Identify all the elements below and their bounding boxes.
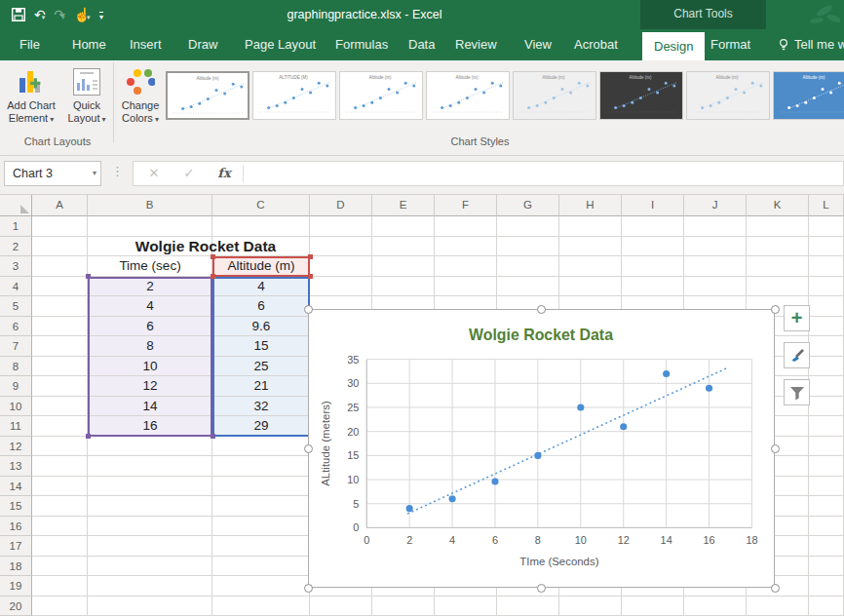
data-point[interactable] (706, 385, 712, 392)
tab-insert[interactable]: Insert (118, 29, 173, 60)
cell-B3[interactable]: Time (sec) (88, 256, 212, 277)
tab-view[interactable]: View (513, 29, 563, 60)
row-header-6[interactable]: 6 (0, 317, 32, 337)
name-box[interactable]: Chart 3 ▾ (4, 161, 101, 186)
row-header-3[interactable]: 3 (0, 256, 32, 277)
trendline[interactable] (407, 368, 726, 514)
chart-style-thumbnail-8[interactable]: Altitude (m) (773, 71, 844, 120)
cancel-button[interactable]: ✕ (141, 162, 167, 185)
time-range-border-handle[interactable] (86, 434, 91, 439)
name-box-dropdown-icon[interactable]: ▾ (93, 162, 96, 185)
chart-resize-handle[interactable] (771, 305, 780, 314)
chart-style-thumbnail-5[interactable]: Altitude (m) (513, 71, 596, 120)
column-header-K[interactable]: K (747, 195, 809, 216)
column-header-F[interactable]: F (435, 195, 497, 216)
data-point[interactable] (534, 452, 541, 459)
touch-mode-icon[interactable]: ☝▾ (74, 3, 91, 26)
tab-home[interactable]: Home (60, 29, 118, 60)
chart-style-thumbnail-3[interactable]: Altitude (m) (339, 71, 423, 120)
data-point[interactable] (663, 370, 670, 377)
row-header-19[interactable]: 19 (0, 576, 32, 597)
column-header-E[interactable]: E (372, 195, 435, 216)
row-header-7[interactable]: 7 (0, 336, 32, 357)
chart[interactable]: 02468101214161805101520253035Wolgie Rock… (308, 309, 775, 588)
column-header-G[interactable]: G (497, 195, 559, 216)
chart-resize-handle[interactable] (304, 305, 313, 314)
data-point[interactable] (406, 505, 413, 512)
insert-function-button[interactable]: fx (211, 162, 237, 185)
tab-review[interactable]: Review (443, 29, 509, 60)
row-header-18[interactable]: 18 (0, 557, 32, 577)
column-header-A[interactable]: A (32, 195, 88, 216)
series-name-border-handle[interactable] (308, 274, 313, 279)
chart-resize-handle[interactable] (771, 444, 780, 453)
y-axis-title[interactable]: ALtitude (meters) (320, 401, 331, 486)
tab-format[interactable]: Format (699, 29, 762, 60)
cell-B2-title[interactable]: Wolgie Rocket Data (101, 237, 310, 257)
row-header-2[interactable]: 2 (0, 237, 32, 257)
chart-resize-handle[interactable] (537, 584, 546, 593)
chart-styles-button[interactable] (784, 342, 810, 368)
column-header-H[interactable]: H (559, 195, 622, 216)
column-header-B[interactable]: B (88, 195, 212, 216)
data-point[interactable] (620, 423, 627, 430)
tab-draw[interactable]: Draw (176, 29, 229, 60)
data-point[interactable] (449, 495, 456, 502)
tab-design[interactable]: Design (642, 32, 705, 60)
tab-data[interactable]: Data (397, 29, 446, 60)
tab-file[interactable]: File (8, 29, 52, 60)
data-point[interactable] (491, 478, 498, 484)
row-header-17[interactable]: 17 (0, 536, 32, 557)
chart-style-thumbnail-7[interactable]: Altitude (m) (686, 71, 770, 120)
chart-resize-handle[interactable] (537, 305, 546, 314)
row-header-4[interactable]: 4 (0, 277, 32, 297)
chart-resize-handle[interactable] (771, 584, 780, 593)
time-range-border-handle[interactable] (211, 434, 215, 439)
chart-filters-button[interactable] (784, 379, 810, 405)
row-header-10[interactable]: 10 (0, 397, 32, 417)
series-name-border-handle[interactable] (308, 254, 313, 259)
time-range-border-handle[interactable] (86, 274, 91, 279)
tab-page-layout[interactable]: Page Layout (233, 29, 327, 60)
customize-quick-access-icon[interactable]: ▾ (99, 12, 103, 21)
column-header-L[interactable]: L (809, 195, 844, 216)
chart-style-thumbnail-4[interactable]: Altitude (m) (426, 71, 510, 120)
row-header-14[interactable]: 14 (0, 477, 32, 497)
row-header-11[interactable]: 11 (0, 416, 32, 437)
column-header-C[interactable]: C (212, 195, 310, 216)
data-point[interactable] (577, 404, 584, 410)
row-header-8[interactable]: 8 (0, 357, 32, 377)
row-header-9[interactable]: 9 (0, 376, 32, 397)
chart-title[interactable]: Wolgie Rocket Data (469, 327, 613, 343)
chart-style-thumbnail-6[interactable]: Altitude (m) (599, 71, 683, 120)
chart-elements-button[interactable]: + (784, 305, 810, 331)
enter-button[interactable]: ✓ (176, 162, 202, 185)
row-header-1[interactable]: 1 (0, 216, 32, 237)
save-icon[interactable] (12, 8, 25, 21)
row-header-15[interactable]: 15 (0, 496, 32, 517)
redo-icon[interactable]: ↷▾ (54, 3, 64, 26)
series-name-border-handle[interactable] (211, 254, 215, 259)
tab-acrobat[interactable]: Acrobat (562, 29, 630, 60)
column-header-D[interactable]: D (310, 195, 372, 216)
row-header-13[interactable]: 13 (0, 456, 32, 477)
row-header-5[interactable]: 5 (0, 296, 32, 317)
column-header-I[interactable]: I (622, 195, 684, 216)
select-all-corner[interactable] (0, 195, 32, 216)
chart-style-thumbnail-2[interactable]: ALTITUDE (M) (252, 71, 336, 120)
chart-resize-handle[interactable] (304, 444, 313, 453)
formula-input[interactable] (249, 162, 841, 187)
tab-tell-me-w[interactable]: Tell me w (766, 29, 844, 60)
altitude-range-border (212, 277, 310, 437)
tab-formulas[interactable]: Formulas (324, 29, 400, 60)
x-axis-title[interactable]: TIme (Seconds) (519, 556, 598, 567)
series-name-border-handle[interactable] (211, 274, 215, 279)
column-header-J[interactable]: J (684, 195, 747, 216)
row-header-20[interactable]: 20 (0, 597, 32, 616)
chart-style-thumbnail-1[interactable]: Altitude (m) (166, 71, 249, 120)
row-header-12[interactable]: 12 (0, 437, 32, 457)
chart-resize-handle[interactable] (304, 584, 313, 593)
svg-text:4: 4 (449, 534, 455, 546)
row-header-16[interactable]: 16 (0, 517, 32, 537)
undo-icon[interactable]: ↶▾ (34, 3, 45, 26)
